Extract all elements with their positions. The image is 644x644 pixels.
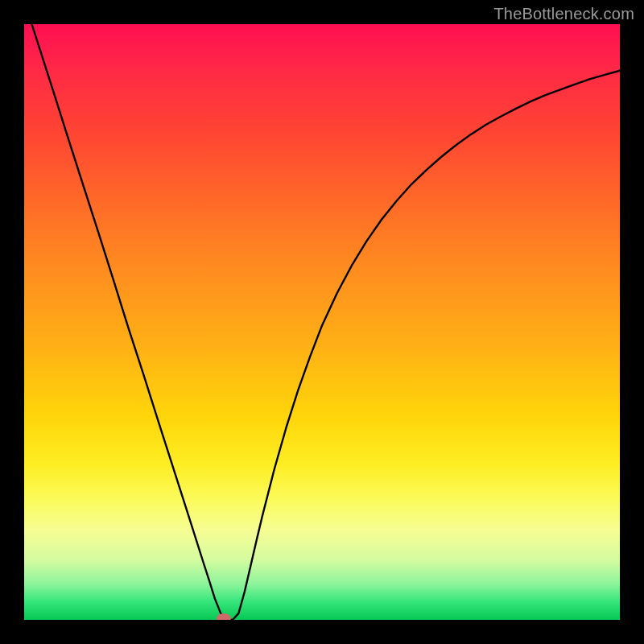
watermark-text: TheBottleneck.com xyxy=(493,5,634,23)
chart-container: TheBottleneck.com xyxy=(0,0,644,644)
plot-area xyxy=(24,24,620,620)
bottleneck-curve xyxy=(24,24,620,620)
